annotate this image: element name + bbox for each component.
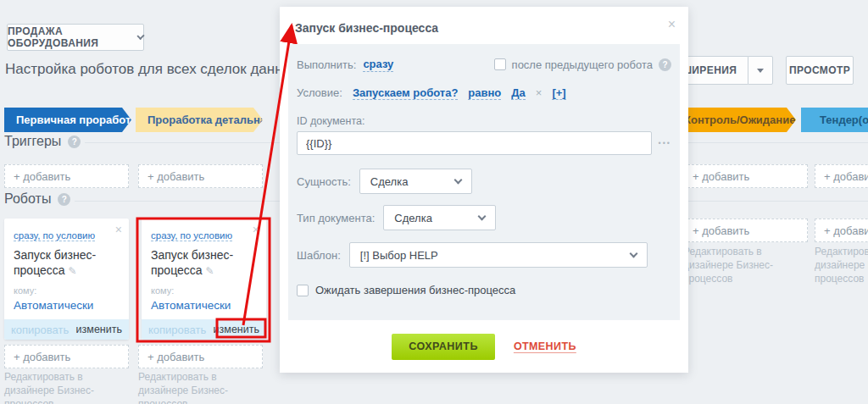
robot-card[interactable]: × сразу, по условию Запуск бизнес-процес… [4,219,129,340]
save-button[interactable]: СОХРАНИТЬ [392,334,495,360]
template-label: Шаблон: [297,249,341,262]
template-select[interactable]: [!] Выбор HELP [349,242,648,268]
after-previous-group: после предыдущего робота ? [494,58,671,71]
extensions-dropdown-button[interactable] [748,56,773,85]
robot-to-value-link[interactable]: Автоматически [151,299,258,312]
dialog-title: Запуск бизнес-процесса [295,21,438,35]
robot-card-footer: копировать изменить [4,319,129,340]
doc-id-input[interactable] [297,131,652,155]
robot-to-value-link[interactable]: Автоматически [14,299,120,312]
robot-card-title-text: Запуск бизнес-процесса [151,248,233,277]
entity-row: Сущность: Сделка [297,169,671,194]
edit-button[interactable]: изменить [76,324,122,335]
help-icon[interactable]: ? [68,136,81,148]
execute-label: Выполнить: [297,58,356,71]
add-trigger-button[interactable]: + добавить [4,164,129,188]
add-robot-button[interactable]: + добавить [138,345,263,368]
add-condition-link[interactable]: [+] [552,86,565,101]
close-icon[interactable]: × [115,224,122,235]
copy-button[interactable]: копировать [148,324,206,336]
stage-pill-tender[interactable]: Тендер(о [801,108,868,132]
after-previous-label: после предыдущего робота [512,58,653,71]
chevron-down-icon [478,213,487,221]
start-bp-dialog: Запуск бизнес-процесса × Выполнить: сраз… [280,7,688,373]
doc-id-group: ID документа: ••• [297,115,671,155]
robot-schedule-link[interactable]: сразу, по условию [151,230,232,241]
add-robot-button[interactable]: + добавить [815,219,868,242]
execute-value-link[interactable]: сразу [363,58,393,72]
entity-select-value: Сделка [370,175,409,188]
after-previous-checkbox[interactable] [494,58,506,70]
stage-pill-detailed[interactable]: Проработка детальная [136,108,263,132]
doc-id-label: ID документа: [297,115,671,127]
add-robot-button[interactable]: + добавить [4,345,129,368]
condition-row: Условие: Запускаем робота? равно Да × [+… [297,86,671,101]
dialog-body: Выполнить: сразу после предыдущего робот… [288,44,680,320]
triggers-section-header: Триггеры ? [4,134,81,149]
condition-value-link[interactable]: Да [511,86,526,101]
robot-to-label: кому: [151,285,258,296]
bp-designer-link[interactable]: Редактировать в дизайнере Бизнес-процесс… [683,246,810,285]
stage-pill-control[interactable]: Контроль/Ожидание [672,108,796,132]
doc-type-row: Тип документа: Сделка [297,205,671,230]
bp-designer-link[interactable]: Редактировать в дизайнере Бизнес-процесс… [815,246,868,285]
execute-group: Выполнить: сразу [297,58,393,72]
robot-card-title: Запуск бизнес-процесса ✎ [14,248,120,278]
robots-section-header: Роботы ? [4,191,70,207]
stage-pill-primary[interactable]: Первичная проработ... [4,108,131,132]
condition-operator-link[interactable]: равно [468,86,501,101]
wait-bp-checkbox[interactable] [297,285,309,296]
add-trigger-button[interactable]: + добавить [138,164,263,188]
chevron-down-icon [453,176,462,185]
condition-label: Условие: [297,86,342,99]
entity-label: Сущность: [297,175,351,188]
edit-pencil-icon[interactable]: ✎ [205,265,214,277]
pipeline-selector-label: ПРОДАЖА ОБОРУДОВАНИЯ [8,25,131,49]
caret-down-icon [757,69,764,73]
template-row: Шаблон: [!] Выбор HELP [297,242,671,268]
bp-designer-link[interactable]: Редактировать в дизайнере Бизнес-процесс… [4,371,131,404]
help-icon[interactable]: ? [58,193,70,206]
execute-row: Выполнить: сразу после предыдущего робот… [297,58,671,72]
robot-to-label: кому: [14,285,120,296]
doc-type-select[interactable]: Сделка [383,205,496,230]
doc-type-select-value: Сделка [394,212,432,224]
view-button[interactable]: ПРОСМОТР [786,56,854,85]
chevron-down-icon [629,250,637,258]
doc-type-label: Тип документа: [297,212,375,224]
edit-pencil-icon[interactable]: ✎ [68,265,76,277]
robot-card-title: Запуск бизнес-процесса ✎ [151,248,258,278]
add-robot-button[interactable]: + добавить [683,219,808,242]
robot-schedule-link[interactable]: сразу, по условию [14,230,95,241]
add-trigger-button[interactable]: + добавить [815,164,868,188]
dialog-footer: СОХРАНИТЬ ОТМЕНИТЬ [280,320,688,373]
condition-field-link[interactable]: Запускаем робота? [353,86,458,101]
entity-select[interactable]: Сделка [359,169,472,194]
triggers-section-title: Триггеры [4,134,61,149]
copy-button[interactable]: копировать [11,324,69,336]
wait-bp-label: Ожидать завершения бизнес-процесса [315,284,515,296]
template-select-value: [!] Выбор HELP [360,249,438,262]
wait-checkbox-row: Ожидать завершения бизнес-процесса [297,284,671,296]
pipeline-selector-button[interactable]: ПРОДАЖА ОБОРУДОВАНИЯ [7,24,144,51]
robot-card-footer: копировать изменить [142,319,266,340]
help-icon[interactable]: ? [659,58,671,71]
chevron-down-icon [136,31,144,39]
close-icon[interactable]: × [668,18,676,31]
bp-designer-link[interactable]: Редактировать в дизайнере Бизнес-процесс… [138,371,265,404]
add-trigger-button[interactable]: + добавить [683,164,808,188]
more-options-icon[interactable]: ••• [659,139,671,147]
close-icon[interactable]: × [253,224,259,235]
edit-button[interactable]: изменить [214,324,259,335]
robot-card[interactable]: × сразу, по условию Запуск бизнес-процес… [142,219,266,340]
robots-section-title: Роботы [4,191,51,207]
remove-condition-icon[interactable]: × [536,86,542,99]
cancel-button[interactable]: ОТМЕНИТЬ [514,340,576,352]
robot-card-title-text: Запуск бизнес-процесса [14,248,96,277]
